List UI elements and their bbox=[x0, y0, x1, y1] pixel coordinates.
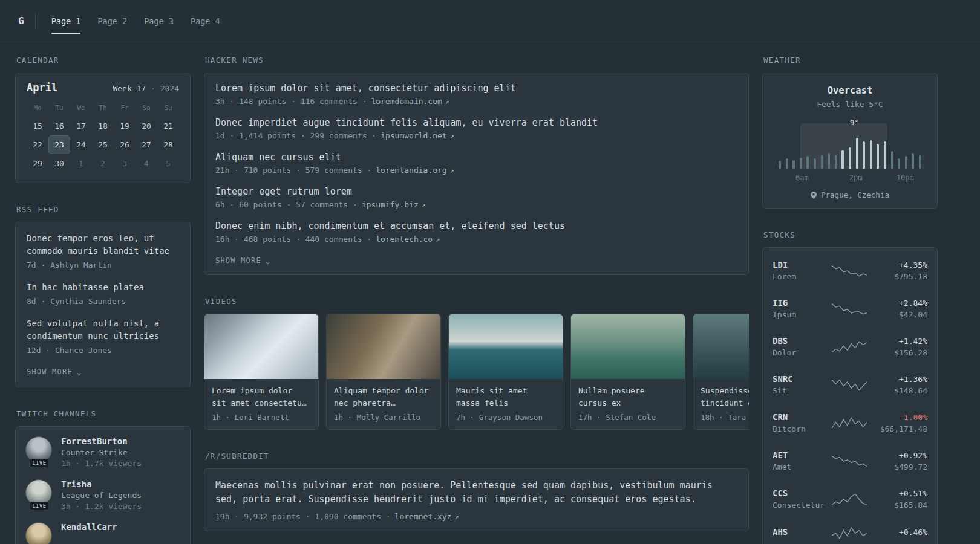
calendar-day: 19 bbox=[114, 117, 136, 135]
twitch-channel-row[interactable]: LIVE Trisha League of Legends 3h · 1.2k … bbox=[25, 479, 180, 511]
stock-row[interactable]: LDI Lorem +4.35% $795.18 bbox=[763, 251, 937, 290]
twitch-heading: TWITCH CHANNELS bbox=[16, 409, 191, 418]
weather-bar bbox=[877, 144, 879, 169]
hn-domain-link[interactable]: loremlandia.org bbox=[376, 166, 446, 175]
calendar-day: 23 bbox=[48, 135, 70, 154]
stock-ticker: AET bbox=[773, 450, 791, 460]
video-thumbnail[interactable] bbox=[327, 314, 440, 379]
left-column: CALENDAR April Week 17 · 2024 Mo Tu We T… bbox=[15, 56, 191, 544]
weather-bar bbox=[891, 151, 893, 169]
calendar-day: 30 bbox=[48, 154, 70, 173]
video-title[interactable]: Nullam posuere cursus ex bbox=[578, 385, 678, 409]
subreddit-post-title[interactable]: Maecenas mollis pulvinar erat non posuer… bbox=[215, 479, 737, 507]
video-card[interactable]: Mauris sit amet massa felis 7h · Grayson… bbox=[448, 314, 563, 430]
calendar-heading: CALENDAR bbox=[16, 56, 191, 65]
stock-row[interactable]: SNRC Sit +1.36% $148.64 bbox=[763, 366, 937, 404]
stock-values: +2.84% $42.04 bbox=[877, 299, 927, 319]
video-card[interactable]: Suspendisse tincidunt diam 18h · Tara bbox=[693, 314, 749, 430]
video-title[interactable]: Suspendisse tincidunt diam bbox=[701, 385, 749, 409]
twitch-channel-row[interactable]: LIVE ForrestBurton Counter-Strike 1h · 1… bbox=[25, 436, 180, 468]
app-logo[interactable]: G bbox=[18, 15, 24, 27]
rss-item-meta: 8d · Cynthia Saunders bbox=[27, 297, 179, 306]
tab-page-1[interactable]: Page 1 bbox=[43, 0, 90, 42]
stock-change: +1.42% bbox=[877, 337, 927, 346]
tab-label: Page 2 bbox=[97, 16, 127, 26]
stock-identity: LDI Lorem bbox=[773, 260, 796, 281]
rss-item-title[interactable]: Donec tempor eros leo, ut commodo mauris… bbox=[27, 232, 179, 257]
calendar-day: 15 bbox=[27, 117, 48, 135]
hn-domain-link[interactable]: loremdomain.com bbox=[371, 97, 442, 106]
external-link-icon: ↗ bbox=[450, 166, 454, 175]
twitch-channel-name[interactable]: Trisha bbox=[61, 479, 142, 489]
rss-item-title[interactable]: Sed volutpat nulla nisl, a condimentum n… bbox=[27, 317, 179, 343]
stock-row[interactable]: AHS +0.46% bbox=[763, 518, 937, 544]
video-thumbnail[interactable] bbox=[449, 314, 563, 379]
stock-price: $795.18 bbox=[877, 272, 927, 281]
subreddit-card: Maecenas mollis pulvinar erat non posuer… bbox=[204, 468, 749, 531]
weather-bar bbox=[828, 153, 830, 169]
video-title[interactable]: Lorem ipsum dolor sit amet consectetu… bbox=[212, 385, 311, 409]
hn-domain-link[interactable]: loremtech.co bbox=[376, 235, 433, 244]
page-tabs: Page 1 Page 2 Page 3 Page 4 bbox=[43, 0, 229, 42]
right-column: WEATHER Overcast Feels like 5°C 9° 6am 2… bbox=[762, 56, 938, 544]
hn-item-title[interactable]: Integer eget rutrum lorem bbox=[215, 186, 737, 197]
hn-item-title[interactable]: Lorem ipsum dolor sit amet, consectetur … bbox=[215, 83, 737, 94]
video-thumbnail[interactable] bbox=[693, 314, 749, 379]
video-thumbnail[interactable] bbox=[571, 314, 685, 379]
hn-domain-link[interactable]: ipsumworld.net bbox=[381, 131, 447, 140]
video-card[interactable]: Nullam posuere cursus ex 17h · Stefan Co… bbox=[570, 314, 685, 430]
hn-item-meta: 1d · 1,414 points · 299 comments ·ipsumw… bbox=[215, 131, 737, 140]
dashboard: CALENDAR April Week 17 · 2024 Mo Tu We T… bbox=[0, 42, 980, 544]
tab-page-2[interactable]: Page 2 bbox=[89, 0, 136, 42]
hn-item-title[interactable]: Aliquam nec cursus elit bbox=[215, 152, 737, 163]
stock-values: +1.42% $156.28 bbox=[877, 337, 927, 357]
stock-row[interactable]: IIG Ipsum +2.84% $42.04 bbox=[763, 290, 937, 328]
video-title[interactable]: Aliquam tempor dolor nec pharetra… bbox=[334, 385, 433, 409]
weather-bar bbox=[856, 138, 858, 169]
calendar-day: 16 bbox=[48, 117, 70, 135]
rss-item-title[interactable]: In hac habitasse platea bbox=[27, 281, 179, 294]
live-badge: LIVE bbox=[30, 502, 50, 510]
video-card[interactable]: Lorem ipsum dolor sit amet consectetu… 1… bbox=[204, 314, 319, 430]
stock-change: +0.46% bbox=[877, 528, 927, 537]
rss-show-more-button[interactable]: SHOW MORE ⌄ bbox=[27, 366, 82, 381]
calendar-days-grid: 1516171819202122232425262728293012345 bbox=[27, 117, 179, 173]
stock-ticker: CRN bbox=[773, 412, 806, 422]
video-title[interactable]: Mauris sit amet massa felis bbox=[456, 385, 555, 409]
subreddit-heading: /R/SUBREDDIT bbox=[205, 452, 749, 461]
video-meta: 18h · Tara bbox=[701, 413, 749, 422]
weather-time-label: 2pm bbox=[849, 173, 863, 182]
stock-values: +0.51% $165.84 bbox=[877, 489, 927, 510]
calendar-day: 28 bbox=[157, 135, 179, 154]
stock-sparkline bbox=[832, 378, 867, 392]
subreddit-post-meta: 19h · 9,932 points · 1,090 comments ·lor… bbox=[215, 512, 737, 521]
tab-page-3[interactable]: Page 3 bbox=[136, 0, 182, 42]
stock-row[interactable]: CCS Consectetur +0.51% $165.84 bbox=[763, 480, 937, 518]
stock-row[interactable]: CRN Bitcorn -1.00% $66,171.48 bbox=[763, 404, 937, 442]
hn-show-more-button[interactable]: SHOW MORE ⌄ bbox=[215, 255, 271, 270]
twitch-channel-meta: 1h · 1.7k viewers bbox=[61, 459, 142, 468]
hn-item-title[interactable]: Donec enim nibh, condimentum et accumsan… bbox=[215, 221, 737, 232]
twitch-channel-name[interactable]: ForrestBurton bbox=[61, 436, 142, 446]
twitch-channel-name[interactable]: KendallCarr bbox=[61, 522, 117, 532]
hn-domain-link[interactable]: ipsumify.biz bbox=[362, 200, 419, 209]
hacker-news-card: Lorem ipsum dolor sit amet, consectetur … bbox=[204, 73, 749, 275]
hn-meta-text: 21h · 710 points · 579 comments · bbox=[215, 166, 371, 175]
dow-label: We bbox=[70, 102, 92, 114]
calendar-day-headers: Mo Tu We Th Fr Sa Su bbox=[27, 102, 179, 114]
twitch-channel-meta: 3h · 1.2k viewers bbox=[61, 502, 142, 511]
video-card[interactable]: Aliquam tempor dolor nec pharetra… 1h · … bbox=[326, 314, 441, 430]
dow-label: Th bbox=[92, 102, 114, 114]
stock-row[interactable]: AET Amet +0.92% $499.72 bbox=[763, 442, 937, 480]
stock-identity: SNRC Sit bbox=[773, 374, 793, 395]
top-nav: G Page 1 Page 2 Page 3 Page 4 bbox=[0, 0, 980, 42]
stock-row[interactable]: DBS Dolor +1.42% $156.28 bbox=[763, 328, 937, 366]
twitch-channel-row[interactable]: KendallCarr bbox=[25, 522, 180, 544]
stock-change: +0.92% bbox=[877, 451, 927, 460]
subreddit-domain-link[interactable]: loremnet.xyz bbox=[395, 512, 452, 521]
chevron-down-icon: ⌄ bbox=[77, 368, 82, 376]
tab-page-4[interactable]: Page 4 bbox=[182, 0, 229, 42]
video-card-body: Nullam posuere cursus ex 17h · Stefan Co… bbox=[571, 379, 685, 429]
video-thumbnail[interactable] bbox=[204, 314, 318, 379]
hn-item-title[interactable]: Donec imperdiet augue tincidunt felis al… bbox=[215, 117, 737, 128]
